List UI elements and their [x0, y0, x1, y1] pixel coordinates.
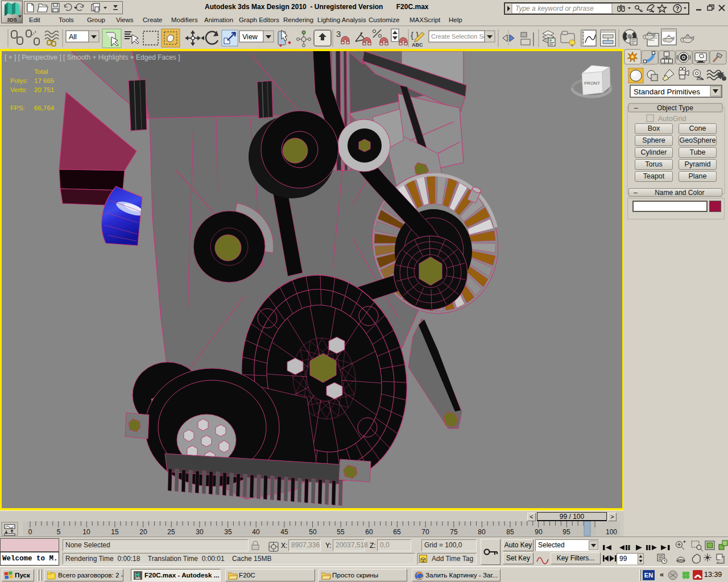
- svg-text:3: 3: [336, 29, 341, 39]
- svg-text:Type a keyword or phrase: Type a keyword or phrase: [515, 5, 594, 13]
- svg-text:65: 65: [393, 528, 401, 536]
- svg-text:90: 90: [535, 528, 543, 536]
- svg-text:100: 100: [606, 528, 617, 536]
- svg-text:Object Type: Object Type: [657, 104, 693, 112]
- svg-text:35: 35: [224, 528, 232, 536]
- svg-text:–: –: [634, 104, 638, 112]
- svg-text:10: 10: [82, 528, 90, 536]
- svg-text:30: 30: [196, 528, 204, 536]
- svg-text:70: 70: [421, 528, 429, 536]
- svg-text:50: 50: [309, 528, 317, 536]
- svg-text:?: ?: [676, 5, 680, 12]
- svg-text:20: 20: [139, 528, 147, 536]
- svg-text:45: 45: [280, 528, 288, 536]
- svg-text:80: 80: [478, 528, 486, 536]
- svg-text:15: 15: [111, 528, 119, 536]
- svg-text:All: All: [69, 33, 77, 41]
- svg-text:View: View: [242, 33, 258, 41]
- svg-text:25: 25: [167, 528, 175, 536]
- svg-text:ABC: ABC: [412, 42, 423, 48]
- svg-text:AutoGrid: AutoGrid: [658, 115, 686, 123]
- svg-text:95: 95: [562, 528, 570, 536]
- svg-text:85: 85: [506, 528, 514, 536]
- svg-text:3DS: 3DS: [7, 17, 17, 23]
- svg-text:75: 75: [450, 528, 458, 536]
- svg-text:5: 5: [57, 528, 61, 536]
- svg-text:55: 55: [337, 528, 345, 536]
- svg-text:FRONT: FRONT: [584, 81, 600, 86]
- svg-text:40: 40: [252, 528, 260, 536]
- svg-text:Standard Primitives: Standard Primitives: [634, 88, 700, 96]
- svg-text:Create Selection Se: Create Selection Se: [431, 33, 487, 40]
- svg-text:3ds: 3ds: [135, 576, 140, 580]
- svg-text:0: 0: [28, 528, 32, 536]
- svg-text:60: 60: [365, 528, 373, 536]
